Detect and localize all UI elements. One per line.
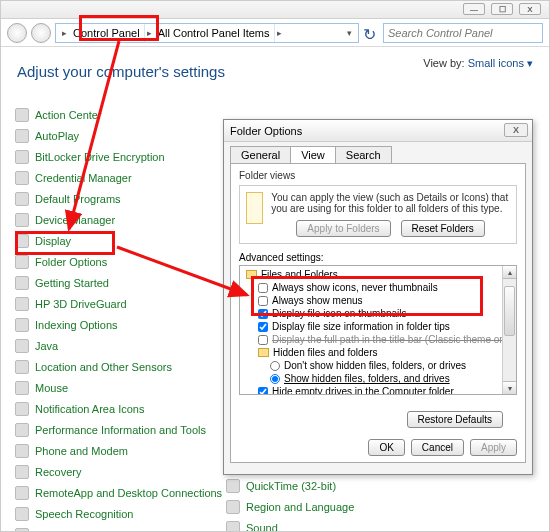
item-icon xyxy=(15,171,29,185)
control-panel-item[interactable]: QuickTime (32-bit) xyxy=(226,477,426,495)
item-icon xyxy=(226,521,240,532)
item-label: QuickTime (32-bit) xyxy=(246,480,336,492)
item-icon xyxy=(15,234,29,248)
tree-item: Always show icons, never thumbnails xyxy=(272,282,438,293)
items-column-2: QuickTime (32-bit)Region and LanguageSou… xyxy=(226,477,426,532)
dropdown-icon[interactable]: ▾ xyxy=(345,28,354,38)
item-label: Indexing Options xyxy=(35,319,118,331)
folder-views-text: You can apply the view (such as Details … xyxy=(271,192,510,214)
item-label: Display xyxy=(35,235,71,247)
item-label: Speech Recognition xyxy=(35,508,133,520)
item-label: Getting Started xyxy=(35,277,109,289)
close-button[interactable]: X xyxy=(519,3,541,15)
tree-hidden-folder: Hidden files and folders xyxy=(273,347,378,358)
item-icon xyxy=(15,150,29,164)
check-size-in-tips[interactable] xyxy=(258,322,268,332)
back-button[interactable] xyxy=(7,23,27,43)
item-icon xyxy=(15,528,29,532)
item-icon xyxy=(15,129,29,143)
dialog-close-button[interactable]: X xyxy=(504,123,528,137)
item-icon xyxy=(15,108,29,122)
item-label: Sound xyxy=(246,522,278,532)
tree-item: Always show menus xyxy=(272,295,363,306)
tab-general[interactable]: General xyxy=(230,146,291,163)
item-icon xyxy=(15,255,29,269)
item-label: HP 3D DriveGuard xyxy=(35,298,127,310)
apply-to-folders-button[interactable]: Apply to Folders xyxy=(296,220,390,237)
dialog-titlebar[interactable]: Folder Options X xyxy=(224,120,532,142)
cancel-button[interactable]: Cancel xyxy=(411,439,464,456)
folder-options-dialog: Folder Options X General View Search Fol… xyxy=(223,119,533,475)
tree-scrollbar[interactable]: ▴ ▾ xyxy=(502,266,516,394)
minimize-button[interactable]: — xyxy=(463,3,485,15)
item-icon xyxy=(15,213,29,227)
item-icon xyxy=(15,423,29,437)
item-label: Java xyxy=(35,340,58,352)
folder-icon xyxy=(246,270,257,279)
tab-view[interactable]: View xyxy=(290,146,336,163)
item-icon xyxy=(15,360,29,374)
window-titlebar: — ☐ X xyxy=(1,1,549,19)
apply-button[interactable]: Apply xyxy=(470,439,517,456)
check-file-icon-thumb[interactable] xyxy=(258,309,268,319)
breadcrumb[interactable]: ▸ Control Panel ▸ All Control Panel Item… xyxy=(55,23,359,43)
tree-item: Display the full path in the title bar (… xyxy=(272,334,515,345)
check-full-path-title[interactable] xyxy=(258,335,268,345)
ok-button[interactable]: OK xyxy=(368,439,404,456)
breadcrumb-all-items[interactable]: All Control Panel Items xyxy=(154,24,275,42)
tree-root: Files and Folders xyxy=(261,269,338,280)
folder-views-label: Folder views xyxy=(239,170,517,181)
item-icon xyxy=(15,444,29,458)
tree-item: Hide empty drives in the Computer folder xyxy=(272,386,454,395)
item-label: RemoteApp and Desktop Connections xyxy=(35,487,222,499)
forward-button[interactable] xyxy=(31,23,51,43)
scroll-down-icon[interactable]: ▾ xyxy=(503,381,516,394)
item-icon xyxy=(226,500,240,514)
check-show-menus[interactable] xyxy=(258,296,268,306)
breadcrumb-control-panel[interactable]: Control Panel xyxy=(69,24,145,42)
item-label: Recovery xyxy=(35,466,81,478)
tree-item: Display file icon on thumbnails xyxy=(272,308,407,319)
view-by: View by: Small icons ▾ xyxy=(423,57,533,70)
dialog-title: Folder Options xyxy=(230,125,302,137)
control-panel-item[interactable]: Sound xyxy=(226,519,426,532)
item-icon xyxy=(15,339,29,353)
item-label: Phone and Modem xyxy=(35,445,128,457)
chevron-right-icon: ▸ xyxy=(145,28,154,38)
item-label: AutoPlay xyxy=(35,130,79,142)
tab-search[interactable]: Search xyxy=(335,146,392,163)
check-icons-never-thumb[interactable] xyxy=(258,283,268,293)
item-icon xyxy=(15,276,29,290)
control-panel-item[interactable]: Region and Language xyxy=(226,498,426,516)
item-label: Action Center xyxy=(35,109,102,121)
item-icon xyxy=(15,402,29,416)
tree-item: Display file size information in folder … xyxy=(272,321,450,332)
chevron-right-icon: ▸ xyxy=(275,28,284,38)
folder-views-icon xyxy=(246,192,263,224)
item-icon xyxy=(15,192,29,206)
reset-folders-button[interactable]: Reset Folders xyxy=(401,220,485,237)
item-label: Mouse xyxy=(35,382,68,394)
check-hide-empty-drives[interactable] xyxy=(258,387,268,396)
item-icon xyxy=(15,507,29,521)
tree-item: Show hidden files, folders, and drives xyxy=(284,373,450,384)
item-label: Location and Other Sensors xyxy=(35,361,172,373)
search-input[interactable]: Search Control Panel xyxy=(383,23,543,43)
radio-show-hidden[interactable] xyxy=(270,374,280,384)
item-label: Device Manager xyxy=(35,214,115,226)
item-icon xyxy=(15,465,29,479)
scroll-thumb[interactable] xyxy=(504,286,515,336)
advanced-settings-label: Advanced settings: xyxy=(239,252,517,263)
maximize-button[interactable]: ☐ xyxy=(491,3,513,15)
item-label: Notification Area Icons xyxy=(35,403,144,415)
view-by-value[interactable]: Small icons ▾ xyxy=(468,57,533,69)
scroll-up-icon[interactable]: ▴ xyxy=(503,266,516,279)
radio-dont-show-hidden[interactable] xyxy=(270,361,280,371)
advanced-settings-tree[interactable]: Files and Folders Always show icons, nev… xyxy=(239,265,517,395)
refresh-icon[interactable]: ↻ xyxy=(363,25,379,41)
restore-defaults-button[interactable]: Restore Defaults xyxy=(407,411,503,428)
view-by-label: View by: xyxy=(423,57,464,69)
chevron-right-icon: ▸ xyxy=(60,28,69,38)
item-label: Region and Language xyxy=(246,501,354,513)
item-label: Default Programs xyxy=(35,193,121,205)
